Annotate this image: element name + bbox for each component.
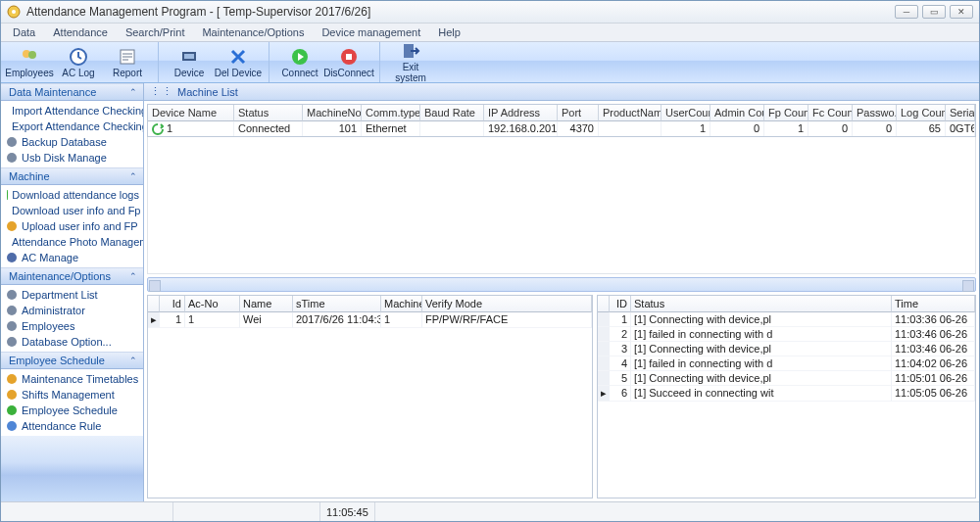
column-header[interactable]: sTime xyxy=(293,296,381,312)
column-header[interactable]: Time xyxy=(892,296,975,312)
column-header[interactable]: Fc Count xyxy=(808,105,853,121)
grid-cell[interactable]: [1] failed in connecting with d xyxy=(631,356,892,371)
grid-cell[interactable]: 5 xyxy=(610,371,631,386)
sidebar-section-header[interactable]: Maintenance/Options⌃ xyxy=(1,267,143,285)
grid-cell[interactable]: 0 xyxy=(710,121,764,136)
grid-cell[interactable]: 1 xyxy=(662,121,710,136)
connect-button[interactable]: Connect xyxy=(275,43,324,82)
sidebar-item[interactable]: Employee Schedule xyxy=(1,403,143,418)
event-log-grid[interactable]: IDStatusTime 1[1] Connecting with device… xyxy=(597,295,976,498)
column-header[interactable]: Ac-No xyxy=(185,296,240,312)
menu-help[interactable]: Help xyxy=(430,24,468,40)
grid-cell[interactable]: 1 xyxy=(381,312,422,328)
event-row[interactable]: ▸6[1] Succeed in connecting wit11:05:05 … xyxy=(598,386,975,402)
attendance-log-grid[interactable]: IdAc-NoNamesTimeMachineVerify Mode ▸11We… xyxy=(147,295,593,498)
grid-cell[interactable]: 1 xyxy=(160,312,185,328)
grid-cell[interactable]: 4370 xyxy=(558,121,599,136)
event-row[interactable]: 2[1] failed in connecting with d11:03:46… xyxy=(598,327,975,342)
grid-cell[interactable]: 11:05:05 06-26 xyxy=(892,386,975,402)
sidebar-section-header[interactable]: Employee Schedule⌃ xyxy=(1,352,143,369)
menu-device-management[interactable]: Device management xyxy=(314,24,428,40)
sidebar-item[interactable]: Attendance Rule xyxy=(1,418,143,434)
grid-cell[interactable]: [1] failed in connecting with d xyxy=(631,327,892,342)
column-header[interactable]: ProductName xyxy=(599,105,662,121)
menu-attendance[interactable]: Attendance xyxy=(45,24,116,40)
grid-cell[interactable]: 2017/6/26 11:04:34 xyxy=(293,312,381,328)
menu-search-print[interactable]: Search/Print xyxy=(118,24,193,40)
column-header[interactable]: Port xyxy=(558,105,599,121)
device-button[interactable]: Device xyxy=(165,43,214,82)
grid-cell[interactable]: 192.168.0.201 xyxy=(484,121,558,136)
close-button[interactable]: ✕ xyxy=(950,5,973,19)
grid-cell[interactable]: 11:05:01 06-26 xyxy=(892,371,975,386)
column-header[interactable]: MachineNo. xyxy=(303,105,362,121)
sidebar-item[interactable]: Backup Database xyxy=(1,134,143,150)
column-header[interactable] xyxy=(148,296,160,312)
grid-cell[interactable]: [1] Connecting with device,pl xyxy=(631,371,892,386)
grid-cell[interactable]: Wei xyxy=(240,312,293,328)
disconnect-button[interactable]: DisConnect xyxy=(324,43,373,82)
grid-cell[interactable]: 0 xyxy=(808,121,853,136)
column-header[interactable]: UserCount xyxy=(662,105,710,121)
column-header[interactable]: Name xyxy=(240,296,293,312)
ac-log-button[interactable]: AC Log xyxy=(54,43,103,82)
device-grid-body[interactable] xyxy=(147,137,976,274)
menu-data[interactable]: Data xyxy=(5,24,43,40)
grid-cell[interactable]: 65 xyxy=(897,121,946,136)
column-header[interactable] xyxy=(598,296,610,312)
grid-cell[interactable]: 1 xyxy=(610,312,631,327)
sidebar-item[interactable]: Employees xyxy=(1,318,143,334)
event-row[interactable]: 5[1] Connecting with device,pl11:05:01 0… xyxy=(598,371,975,386)
column-header[interactable]: Admin Count xyxy=(710,105,764,121)
column-header[interactable]: Device Name xyxy=(148,105,234,121)
column-header[interactable]: Id xyxy=(160,296,185,312)
sidebar-item[interactable]: Export Attendance Checking Data xyxy=(1,119,143,134)
sidebar-section-header[interactable]: Machine⌃ xyxy=(1,167,143,185)
event-row[interactable]: 3[1] Connecting with device,pl11:03:46 0… xyxy=(598,342,975,356)
grid-cell[interactable]: 0GT608374606180... xyxy=(946,121,975,136)
grid-cell[interactable]: 11:04:02 06-26 xyxy=(892,356,975,371)
sidebar-item[interactable]: Attendance Photo Management xyxy=(1,234,143,250)
grid-cell[interactable]: 4 xyxy=(610,356,631,371)
grid-cell[interactable]: 0 xyxy=(853,121,897,136)
grid-cell[interactable]: FP/PW/RF/FACE xyxy=(422,312,592,328)
grid-cell[interactable]: 2 xyxy=(610,327,631,342)
grid-cell[interactable]: Connected xyxy=(234,121,303,136)
grid-cell[interactable]: 3 xyxy=(610,342,631,356)
menu-maintenance-options[interactable]: Maintenance/Options xyxy=(194,24,312,40)
exit-system-button[interactable]: Exit system xyxy=(386,43,435,82)
sidebar-item[interactable]: Administrator xyxy=(1,303,143,318)
grid-cell[interactable]: 11:03:46 06-26 xyxy=(892,342,975,356)
column-header[interactable]: Comm.type xyxy=(362,105,420,121)
sidebar-item[interactable]: Maintenance Timetables xyxy=(1,371,143,387)
sidebar-item[interactable]: Database Option... xyxy=(1,334,143,350)
column-header[interactable]: Log Count xyxy=(897,105,946,121)
column-header[interactable]: Serial Number xyxy=(946,105,975,121)
column-header[interactable]: Machine xyxy=(381,296,422,312)
grid-cell[interactable]: 1 xyxy=(185,312,240,328)
grid-cell[interactable]: 1 xyxy=(764,121,808,136)
column-header[interactable]: Passwo... xyxy=(853,105,897,121)
grid-cell[interactable]: [1] Connecting with device,pl xyxy=(631,342,892,356)
sidebar-item[interactable]: Department List xyxy=(1,287,143,303)
grid-cell[interactable]: 11:03:46 06-26 xyxy=(892,327,975,342)
column-header[interactable]: Verify Mode xyxy=(422,296,592,312)
del-device-button[interactable]: Del Device xyxy=(214,43,263,82)
report-button[interactable]: Report xyxy=(103,43,152,82)
sidebar-item[interactable]: Download attendance logs xyxy=(1,187,143,203)
sidebar-item[interactable]: Download user info and Fp xyxy=(1,203,143,218)
column-header[interactable]: Fp Count xyxy=(764,105,808,121)
device-grid[interactable]: Device NameStatusMachineNo.Comm.typeBaud… xyxy=(147,104,976,137)
minimize-button[interactable]: ─ xyxy=(895,5,918,19)
event-row[interactable]: 4[1] failed in connecting with d11:04:02… xyxy=(598,356,975,371)
grid-cell[interactable]: 101 xyxy=(303,121,362,136)
grid-cell[interactable]: Ethernet xyxy=(362,121,420,136)
column-header[interactable]: IP Address xyxy=(484,105,558,121)
grid-cell[interactable] xyxy=(599,121,662,136)
sidebar-section-header[interactable]: Data Maintenance⌃ xyxy=(1,83,143,101)
sidebar-item[interactable]: AC Manage xyxy=(1,250,143,265)
sidebar-item[interactable]: Import Attendance Checking Data xyxy=(1,103,143,119)
grid-cell[interactable]: [1] Connecting with device,pl xyxy=(631,312,892,327)
grid-cell[interactable]: 6 xyxy=(610,386,631,402)
employees-button[interactable]: Employees xyxy=(5,43,54,82)
